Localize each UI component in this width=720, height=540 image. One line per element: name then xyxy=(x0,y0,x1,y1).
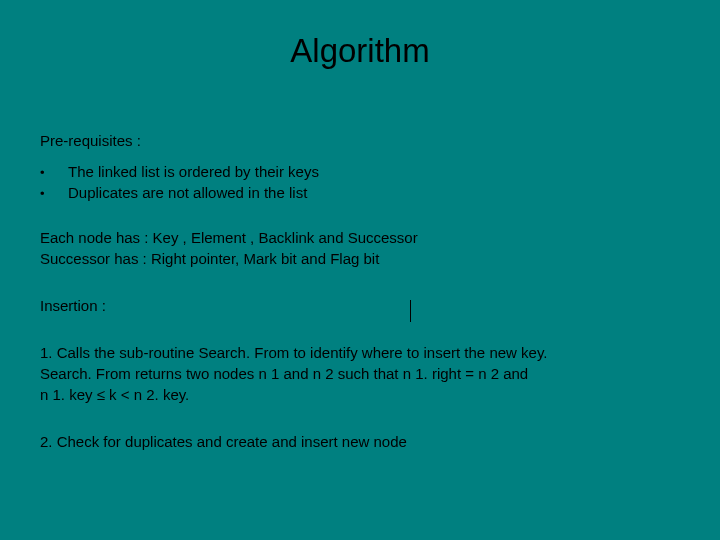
slide-title: Algorithm xyxy=(0,32,720,70)
bullet-item: • The linked list is ordered by their ke… xyxy=(40,161,680,182)
step-line: 2. Check for duplicates and create and i… xyxy=(40,431,680,452)
step-line: Search. From returns two nodes n 1 and n… xyxy=(40,363,680,384)
bullet-text: Duplicates are not allowed in the list xyxy=(68,182,307,203)
node-description: Each node has : Key , Element , Backlink… xyxy=(40,227,680,248)
bullet-text: The linked list is ordered by their keys xyxy=(68,161,319,182)
bullet-item: • Duplicates are not allowed in the list xyxy=(40,182,680,203)
slide: Algorithm Pre-requisites : • The linked … xyxy=(0,0,720,540)
step-line: 1. Calls the sub-routine Search. From to… xyxy=(40,342,680,363)
text-cursor-icon xyxy=(410,300,411,322)
bullet-dot-icon: • xyxy=(40,185,68,203)
step-line: n 1. key ≤ k < n 2. key. xyxy=(40,384,680,405)
prerequisites-label: Pre-requisites : xyxy=(40,130,680,151)
slide-body: Pre-requisites : • The linked list is or… xyxy=(40,130,680,452)
insertion-label: Insertion : xyxy=(40,295,680,316)
bullet-dot-icon: • xyxy=(40,164,68,182)
successor-description: Successor has : Right pointer, Mark bit … xyxy=(40,248,680,269)
